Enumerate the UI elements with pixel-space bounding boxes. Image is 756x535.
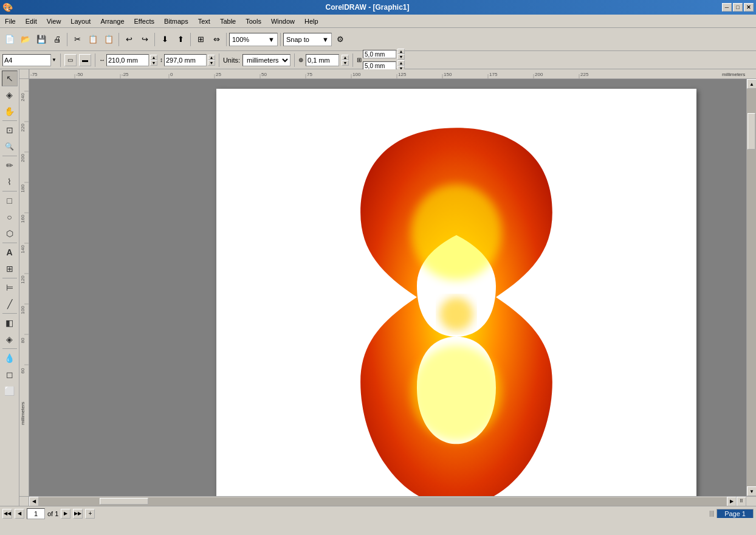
shape-tool[interactable]: ◈: [2, 87, 18, 103]
crop-tool[interactable]: ⊡: [2, 122, 18, 138]
svg-text:180: 180: [20, 184, 26, 193]
menu-tools[interactable]: Tools: [241, 16, 266, 26]
zoom-tool[interactable]: 🔍: [2, 139, 18, 154]
new-button[interactable]: 📄: [2, 32, 17, 47]
mirror-button[interactable]: ⇔: [209, 32, 224, 47]
snap-dropdown[interactable]: Snap to ▼: [283, 33, 332, 46]
eraser-tool[interactable]: ⬜: [2, 383, 18, 399]
undo-button[interactable]: ↩: [122, 32, 136, 47]
first-page-button[interactable]: ◀◀: [2, 509, 12, 519]
height-down[interactable]: ▼: [208, 60, 215, 66]
transform-button[interactable]: ⊞: [193, 32, 208, 47]
window-title: CorelDRAW - [Graphic1]: [13, 3, 722, 12]
dimension-tool[interactable]: ⊨: [2, 280, 18, 295]
app-maximize-button[interactable]: □: [733, 3, 743, 12]
width-down[interactable]: ▼: [150, 60, 157, 66]
menu-arrange[interactable]: Arrange: [95, 16, 129, 26]
menu-table[interactable]: Table: [215, 16, 241, 26]
height-input[interactable]: [164, 54, 207, 66]
units-select[interactable]: millimeters inches pixels: [242, 54, 290, 66]
cut-button[interactable]: ✂: [70, 32, 84, 47]
page-number-input[interactable]: [27, 508, 45, 519]
page-size-arrow[interactable]: ▼: [52, 57, 57, 63]
freehand-tool[interactable]: ✏: [2, 157, 18, 173]
portrait-button[interactable]: ▭: [64, 54, 77, 66]
landscape-button[interactable]: ▬: [79, 54, 91, 66]
polygon-tool[interactable]: ⬡: [2, 226, 18, 241]
menu-help[interactable]: Help: [300, 16, 323, 26]
dup-x-up[interactable]: ▲: [397, 49, 405, 54]
nudge-up[interactable]: ▲: [342, 55, 349, 60]
next-page-button[interactable]: ▶: [61, 509, 70, 519]
nudge-input[interactable]: [306, 54, 339, 66]
width-input[interactable]: [106, 54, 149, 66]
copy-button[interactable]: 📋: [86, 32, 100, 47]
table-tool[interactable]: ⊞: [2, 261, 18, 277]
scroll-track[interactable]: [747, 89, 756, 486]
smear-tool[interactable]: ✋: [2, 103, 18, 119]
menu-text[interactable]: Text: [193, 16, 215, 26]
svg-text:150: 150: [444, 72, 452, 77]
dup-y-input[interactable]: [363, 61, 396, 70]
menu-edit[interactable]: Edit: [21, 16, 42, 26]
redo-button[interactable]: ↪: [137, 32, 152, 47]
vertical-scrollbar[interactable]: ▲ ▼: [746, 79, 756, 496]
selector-tool[interactable]: ↖: [2, 71, 18, 86]
horizontal-scrollbar[interactable]: ◀ ▶ ⠿: [29, 496, 746, 506]
scroll-down-button[interactable]: ▼: [747, 486, 756, 496]
outline-tool[interactable]: ◻: [2, 367, 18, 382]
menu-bitmaps[interactable]: Bitmaps: [159, 16, 193, 26]
svg-text:25: 25: [216, 72, 221, 77]
page-tab[interactable]: Page 1: [716, 509, 754, 518]
scroll-thumb[interactable]: [747, 113, 755, 150]
print-button[interactable]: 🖨: [50, 32, 64, 47]
figure-eight-shape[interactable]: [341, 122, 572, 496]
app-minimize-button[interactable]: ─: [722, 3, 732, 12]
ruler-corner: [19, 69, 29, 79]
prev-page-button[interactable]: ◀: [15, 509, 24, 519]
nudge-down[interactable]: ▼: [342, 60, 349, 66]
ellipse-tool[interactable]: ○: [2, 209, 18, 225]
text-tool[interactable]: A: [2, 244, 18, 260]
fill-tool[interactable]: ◧: [2, 315, 18, 331]
open-button[interactable]: 📂: [18, 32, 33, 47]
last-page-button[interactable]: ▶▶: [73, 509, 83, 519]
menu-effects[interactable]: Effects: [129, 16, 159, 26]
paste-button[interactable]: 📋: [101, 32, 116, 47]
save-button[interactable]: 💾: [34, 32, 49, 47]
nudge-spin: ▲ ▼: [342, 55, 349, 66]
canvas-area[interactable]: [29, 79, 746, 496]
app-close-button[interactable]: ✕: [744, 3, 754, 12]
rectangle-tool[interactable]: □: [2, 193, 18, 209]
tool-sep4: [2, 243, 17, 243]
hscroll-left-button[interactable]: ◀: [29, 497, 39, 506]
svg-text:-75: -75: [30, 72, 38, 77]
resize-grip[interactable]: ⠿: [737, 497, 746, 506]
hscroll-thumb[interactable]: [100, 498, 148, 505]
hscroll-right-button[interactable]: ▶: [727, 497, 737, 506]
hscroll-track[interactable]: [39, 497, 727, 506]
smart-draw-tool[interactable]: ⌇: [2, 174, 18, 190]
page-size-input[interactable]: A4: [2, 54, 51, 66]
dup-x-input[interactable]: [363, 50, 396, 58]
snap-settings-button[interactable]: ⚙: [333, 32, 348, 47]
export-button[interactable]: ⬆: [173, 32, 188, 47]
eyedropper-tool[interactable]: 💧: [2, 350, 18, 366]
width-up[interactable]: ▲: [150, 55, 157, 60]
connector-tool[interactable]: ╱: [2, 296, 18, 312]
dup-x-down[interactable]: ▼: [397, 54, 405, 60]
zoom-dropdown[interactable]: 100% ▼: [229, 33, 278, 46]
prop-sep3: [219, 54, 219, 67]
import-button[interactable]: ⬇: [157, 32, 172, 47]
menu-layout[interactable]: Layout: [66, 16, 95, 26]
menu-window[interactable]: Window: [266, 16, 300, 26]
height-up[interactable]: ▲: [208, 55, 215, 60]
scroll-up-button[interactable]: ▲: [747, 79, 756, 89]
menu-view[interactable]: View: [42, 16, 66, 26]
add-page-button[interactable]: +: [85, 509, 95, 519]
dup-y-up[interactable]: ▲: [397, 60, 405, 66]
menu-file[interactable]: File: [0, 16, 21, 26]
smart-fill-tool[interactable]: ◈: [2, 331, 18, 347]
canvas-wrapper: -75 -50 -25 0 25 50 75 10: [19, 69, 756, 506]
drawing-page: [216, 89, 696, 496]
